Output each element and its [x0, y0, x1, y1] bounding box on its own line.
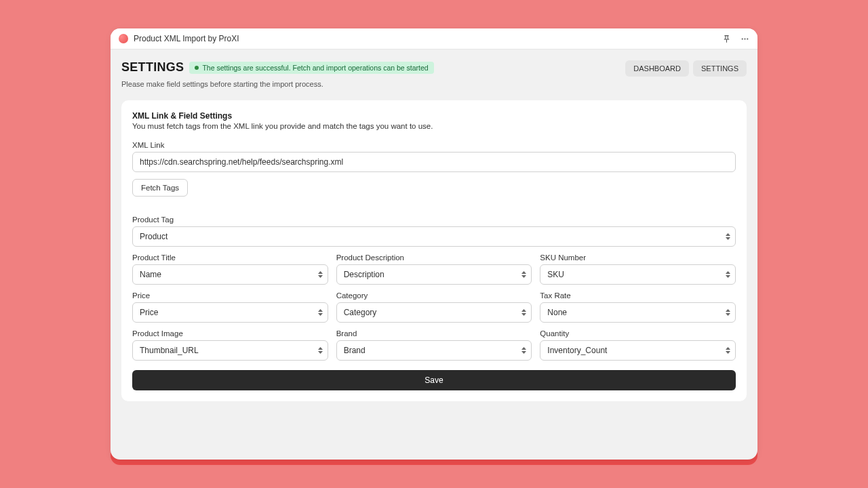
titlebar: Product XML Import by ProXI — [111, 28, 757, 49]
price-select[interactable]: Price — [132, 302, 328, 323]
page-title: SETTINGS — [121, 60, 184, 75]
app-icon — [119, 34, 128, 43]
app-title: Product XML Import by ProXI — [134, 34, 722, 43]
category-label: Category — [336, 291, 532, 300]
image-select[interactable]: Thumbnail_URL — [132, 340, 328, 361]
app-window: Product XML Import by ProXI SETTINGS The… — [111, 28, 757, 460]
quantity-label: Quantity — [540, 329, 736, 338]
card-description: You must fetch tags from the XML link yo… — [132, 122, 736, 130]
product-description-select[interactable]: Description — [336, 264, 532, 285]
product-tag-label: Product Tag — [132, 216, 736, 224]
more-icon[interactable] — [741, 35, 749, 43]
settings-button[interactable]: SETTINGS — [693, 60, 747, 77]
product-title-label: Product Title — [132, 253, 328, 262]
fetch-tags-button[interactable]: Fetch Tags — [132, 179, 188, 197]
quantity-select[interactable]: Inventory_Count — [540, 340, 736, 361]
product-tag-select[interactable]: Product — [132, 226, 736, 247]
status-dot-icon — [195, 66, 199, 70]
card-title: XML Link & Field Settings — [132, 111, 736, 121]
pin-icon[interactable] — [722, 35, 731, 43]
product-title-select[interactable]: Name — [132, 264, 328, 285]
svg-point-1 — [744, 38, 745, 39]
xml-link-label: XML Link — [132, 141, 736, 149]
xml-link-input[interactable] — [132, 152, 736, 172]
page-subtitle: Please make field settings before starti… — [121, 80, 747, 88]
status-text: The settings are successful. Fetch and i… — [202, 64, 428, 72]
sku-label: SKU Number — [540, 253, 736, 262]
dashboard-button[interactable]: DASHBOARD — [625, 60, 689, 77]
save-button[interactable]: Save — [132, 370, 736, 390]
price-label: Price — [132, 291, 328, 300]
image-label: Product Image — [132, 329, 328, 338]
product-description-label: Product Description — [336, 253, 532, 262]
svg-point-2 — [747, 38, 748, 39]
settings-card: XML Link & Field Settings You must fetch… — [121, 100, 747, 401]
tax-select[interactable]: None — [540, 302, 736, 323]
brand-select[interactable]: Brand — [336, 340, 532, 361]
sku-select[interactable]: SKU — [540, 264, 736, 285]
svg-point-0 — [742, 38, 743, 39]
tax-label: Tax Rate — [540, 291, 736, 300]
status-badge: The settings are successful. Fetch and i… — [189, 62, 433, 74]
category-select[interactable]: Category — [336, 302, 532, 323]
brand-label: Brand — [336, 329, 532, 338]
